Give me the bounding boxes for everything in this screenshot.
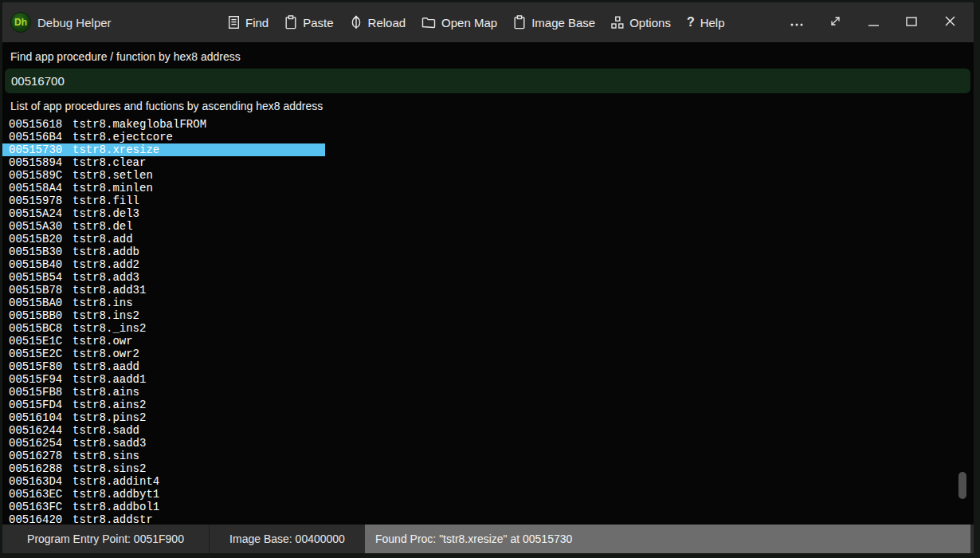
list-item[interactable]: 00516244tstr8.sadd xyxy=(2,424,962,437)
list-item[interactable]: 00516278tstr8.sins xyxy=(2,450,962,462)
item-name: tstr8.aadd xyxy=(73,360,139,373)
item-address: 00515730 xyxy=(9,143,73,156)
find-button[interactable]: Find xyxy=(228,15,269,29)
item-name: tstr8.ains xyxy=(73,386,139,399)
maximize-icon xyxy=(906,15,917,29)
item-address: 00516278 xyxy=(9,450,73,462)
clipboard-icon xyxy=(513,15,526,29)
list-item[interactable]: 00515BC8tstr8._ins2 xyxy=(2,322,962,335)
item-name: tstr8.add xyxy=(73,233,133,246)
list-item[interactable]: 00515B54tstr8.add3 xyxy=(2,271,962,284)
image-base-status: Image Base: 00400000 xyxy=(210,525,365,553)
reload-button[interactable]: Reload xyxy=(350,15,406,29)
options-button[interactable]: Options xyxy=(611,16,671,29)
list-item[interactable]: 00516288tstr8.sins2 xyxy=(2,462,962,475)
item-name: tstr8.sadd xyxy=(73,424,139,437)
paste-button[interactable]: Paste xyxy=(284,15,333,29)
item-address: 00515BB0 xyxy=(9,309,73,322)
list-item[interactable]: 00515894tstr8.clear xyxy=(2,156,962,169)
item-address: 0051589C xyxy=(9,169,73,182)
item-name: tstr8.fill xyxy=(73,195,139,207)
list-item[interactable]: 00515FB8tstr8.ains xyxy=(2,386,962,399)
item-address: 005163FC xyxy=(9,501,73,513)
item-address: 00515B20 xyxy=(9,233,73,246)
more-button[interactable] xyxy=(778,2,816,42)
close-button[interactable] xyxy=(931,2,969,42)
item-name: tstr8.setlen xyxy=(73,169,153,182)
find-document-icon xyxy=(228,15,240,29)
item-address: 00516288 xyxy=(9,462,73,475)
list-item[interactable]: 00515B40tstr8.add2 xyxy=(2,258,962,271)
list-item[interactable]: 005163D4tstr8.addint4 xyxy=(2,475,962,488)
list-item[interactable]: 00516104tstr8.pins2 xyxy=(2,411,962,424)
list-item[interactable]: 00516254tstr8.sadd3 xyxy=(2,437,962,450)
list-item[interactable]: 00515B30tstr8.addb xyxy=(2,246,962,258)
list-item[interactable]: 00515A30tstr8.del xyxy=(2,220,962,233)
item-name: tstr8.owr xyxy=(73,335,133,348)
procedure-list: 00515618tstr8.makeglobalFROM005156B4tstr… xyxy=(2,118,962,526)
maximize-button[interactable] xyxy=(892,2,931,42)
item-address: 005163D4 xyxy=(9,475,73,488)
statusbar: Program Entry Point: 0051F900 Image Base… xyxy=(2,525,974,553)
help-label: Help xyxy=(700,16,725,29)
item-address: 00515FD4 xyxy=(9,399,73,411)
item-address: 00515F94 xyxy=(9,373,73,386)
close-icon xyxy=(945,15,955,29)
image-base-button[interactable]: Image Base xyxy=(513,15,595,29)
item-address: 00516104 xyxy=(9,411,73,424)
expand-button[interactable] xyxy=(816,2,854,42)
list-label: List of app procedures and fuctions by a… xyxy=(2,95,974,117)
list-item[interactable]: 00515F94tstr8.aadd1 xyxy=(2,373,962,386)
help-button[interactable]: ? Help xyxy=(687,16,725,29)
folder-icon xyxy=(421,16,436,29)
list-item[interactable]: 00515978tstr8.fill xyxy=(2,195,962,207)
list-item[interactable]: 005163ECtstr8.addbyt1 xyxy=(2,488,962,501)
list-item[interactable]: 005156B4tstr8.ejectcore xyxy=(2,131,962,143)
list-item[interactable]: 00515BB0tstr8.ins2 xyxy=(2,309,962,322)
item-name: tstr8.makeglobalFROM xyxy=(73,118,206,131)
found-proc-status: Found Proc: "tstr8.xresize" at 00515730 xyxy=(365,525,970,553)
item-address: 00515E2C xyxy=(9,348,73,360)
hex-address-input[interactable] xyxy=(5,69,970,93)
item-address: 00515B30 xyxy=(9,246,73,258)
item-address: 00515618 xyxy=(9,118,73,131)
item-address: 005163EC xyxy=(9,488,73,501)
item-address: 00515A24 xyxy=(9,207,73,220)
list-item[interactable]: 00515BA0tstr8.ins xyxy=(2,297,962,309)
item-address: 00515E1C xyxy=(9,335,73,348)
list-item[interactable]: 00515B78tstr8.add31 xyxy=(2,284,962,297)
item-name: tstr8.sins2 xyxy=(73,462,146,475)
list-item[interactable]: 00515E2Ctstr8.owr2 xyxy=(2,348,962,360)
list-item[interactable]: 00515FD4tstr8.ains2 xyxy=(2,399,962,411)
options-label: Options xyxy=(629,16,671,29)
list-item[interactable]: 00515730tstr8.xresize xyxy=(2,143,325,156)
item-name: tstr8.ains2 xyxy=(73,399,146,411)
item-address: 00515B40 xyxy=(9,258,73,271)
open-map-button[interactable]: Open Map xyxy=(421,16,497,29)
scrollbar-thumb[interactable] xyxy=(958,472,966,499)
item-address: 00515B54 xyxy=(9,271,73,284)
item-address: 00515BC8 xyxy=(9,322,73,335)
list-item[interactable]: 005163FCtstr8.addbol1 xyxy=(2,501,962,513)
list-item[interactable]: 00515B20tstr8.add xyxy=(2,233,962,246)
item-address: 00515978 xyxy=(9,195,73,207)
list-item[interactable]: 005158A4tstr8.minlen xyxy=(2,182,962,195)
list-item[interactable]: 0051589Ctstr8.setlen xyxy=(2,169,962,182)
item-address: 00516254 xyxy=(9,437,73,450)
list-item[interactable]: 00515E1Ctstr8.owr xyxy=(2,335,962,348)
entry-point-status: Program Entry Point: 0051F900 xyxy=(2,525,210,553)
list-item[interactable]: 00515F80tstr8.aadd xyxy=(2,360,962,373)
item-name: tstr8.del3 xyxy=(73,207,139,220)
minimize-button[interactable] xyxy=(854,2,892,42)
item-name: tstr8.del xyxy=(73,220,133,233)
item-address: 005156B4 xyxy=(9,131,73,143)
list-item[interactable]: 00515618tstr8.makeglobalFROM xyxy=(2,118,962,131)
ellipsis-icon xyxy=(790,15,803,29)
item-name: tstr8.owr2 xyxy=(73,348,139,360)
item-name: tstr8.xresize xyxy=(73,143,159,156)
expand-diagonal-icon xyxy=(829,15,841,30)
app-logo: Dh xyxy=(10,12,31,33)
paste-label: Paste xyxy=(303,16,333,29)
item-name: tstr8.sins xyxy=(73,450,139,462)
list-item[interactable]: 00515A24tstr8.del3 xyxy=(2,207,962,220)
